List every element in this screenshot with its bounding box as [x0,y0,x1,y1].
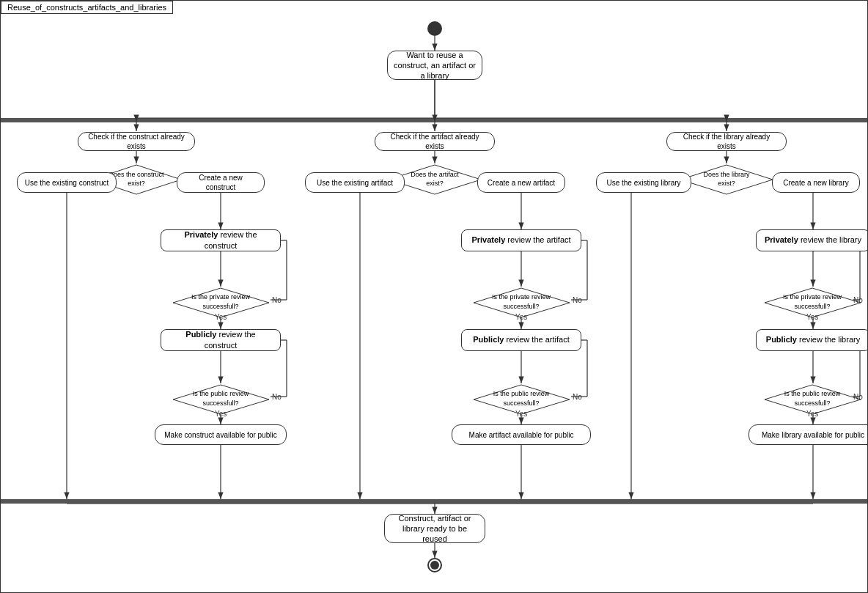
col2-public-yes-label: Yes [515,410,527,418]
svg-text:Is the private review: Is the private review [783,293,842,301]
col3-privately-text: review the library [798,235,861,244]
svg-text:Is the private review: Is the private review [191,293,251,301]
swimlane-bottom-divider [1,499,867,504]
col2-make-available: Make artifact available for public [452,424,591,445]
arrows-svg [1,1,868,593]
col2-create-new: Create a new artifact [477,172,565,193]
col1-public-no-label: No [272,393,282,401]
svg-text:Does the artifact: Does the artifact [411,171,459,178]
col2-privately-text: review the artifact [505,235,570,244]
col1-use-existing: Use the existing construct [17,172,117,193]
svg-text:successfull?: successfull? [503,399,539,407]
diagram-title: Reuse_of_constructs_artifacts_and_librar… [1,1,173,14]
col3-make-available: Make library available for public [749,424,868,445]
initial-decision-node: Want to reuse a construct, an artifact o… [387,51,482,80]
svg-text:Is the public review: Is the public review [493,390,550,397]
col3-private-yes-label: Yes [806,313,818,321]
col3-privately-review: Privately review the library [756,229,868,251]
col2-private-no-label: No [573,296,582,304]
col2-private-yes-label: Yes [515,313,527,321]
svg-text:successfull?: successfull? [503,303,539,310]
col2-public-no-label: No [573,393,582,401]
col1-privately-review: Privately review the construct [161,229,281,251]
col1-publicly-review: Publicly review the construct [161,329,281,351]
svg-text:Is the public review: Is the public review [784,390,841,397]
col3-public-no-label: No [853,393,863,401]
col2-privately-review: Privately review the artifact [461,229,581,251]
final-node: Construct, artifact or library ready to … [384,514,485,543]
col3-publicly-review: Publicly review the library [756,329,868,351]
svg-text:successfull?: successfull? [202,399,238,407]
svg-text:Does the library: Does the library [703,171,750,178]
col2-check-node: Check if the artifact already exists [375,132,495,151]
svg-text:successfull?: successfull? [202,303,238,310]
col3-privately-bold: Privately [765,235,798,244]
end-circle [427,558,442,572]
diagram-container: Reuse_of_constructs_artifacts_and_librar… [0,0,868,593]
col1-public-yes-label: Yes [215,410,227,418]
col3-diamond-exist: Does the library exist? [679,163,774,197]
col1-publicly-bold: Publicly [185,330,216,339]
col3-use-existing: Use the existing library [596,172,691,193]
col1-check-node: Check if the construct already exists [78,132,195,151]
svg-text:exist?: exist? [128,180,145,187]
col1-privately-bold: Privately [184,230,218,239]
col2-publicly-text: review the artifact [504,335,569,344]
col2-publicly-review: Publicly review the artifact [461,329,581,351]
svg-text:exist?: exist? [718,180,735,187]
svg-text:Is the public review: Is the public review [193,390,249,397]
svg-text:Is the private review: Is the private review [492,293,551,301]
col3-private-no-label: No [853,296,863,304]
col3-publicly-text: review the library [797,335,860,344]
start-circle [427,21,442,36]
col1-private-yes-label: Yes [215,313,227,321]
svg-text:Does the construct: Does the construct [108,171,164,178]
col2-use-existing: Use the existing artifact [305,172,405,193]
col3-publicly-bold: Publicly [766,335,797,344]
col1-make-available: Make construct available for public [155,424,287,445]
svg-text:successfull?: successfull? [794,303,830,310]
svg-text:successfull?: successfull? [794,399,830,407]
swimlane-top-divider [1,118,867,122]
col3-check-node: Check if the library already exists [666,132,787,151]
col1-create-new: Create a new construct [177,172,265,193]
svg-text:exist?: exist? [426,180,444,187]
col3-create-new: Create a new library [772,172,860,193]
col2-publicly-bold: Publicly [473,335,504,344]
col2-privately-bold: Privately [471,235,505,244]
col1-private-no-label: No [272,296,282,304]
col3-public-yes-label: Yes [806,410,818,418]
